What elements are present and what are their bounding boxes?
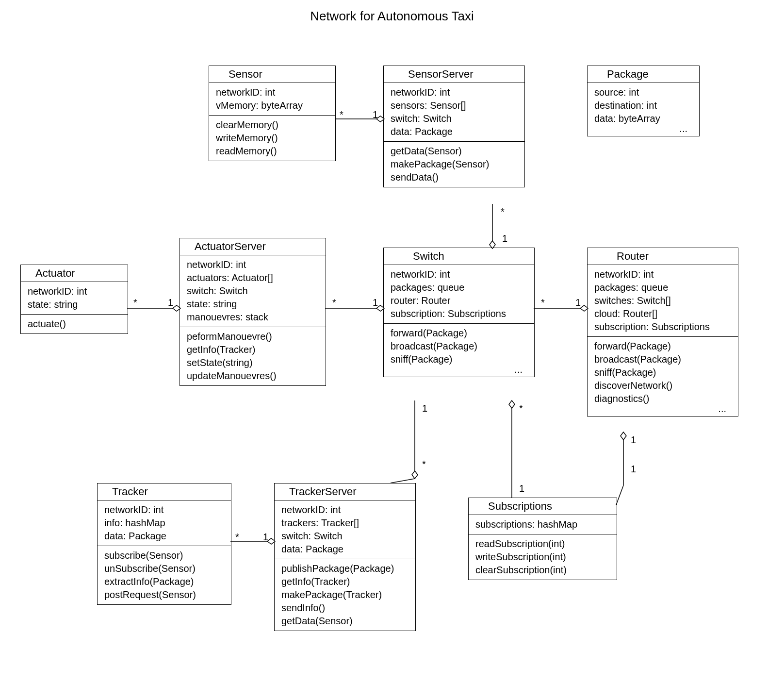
class-tracker-name: Tracker	[98, 483, 231, 500]
mult-switch-tracker-t: 1	[422, 403, 427, 414]
class-subscriptions-attrs: subscriptions: hashMap	[469, 515, 617, 534]
class-sensor-attrs: networkID: int vMemory: byteArray	[209, 83, 335, 116]
class-router-name: Router	[588, 248, 738, 265]
svg-line-17	[616, 485, 623, 505]
mult-switch-subs-b: 1	[519, 483, 524, 494]
class-subscriptions: Subscriptions subscriptions: hashMap rea…	[468, 498, 617, 580]
class-sensorserver: SensorServer networkID: int sensors: Sen…	[383, 66, 525, 187]
class-switch-attrs: networkID: int packages: queue router: R…	[384, 265, 534, 324]
class-actuatorserver-attrs: networkID: int actuators: Actuator[] swi…	[180, 255, 326, 327]
class-actuatorserver-methods: peformManouevre() getInfo(Tracker) setSt…	[180, 327, 326, 385]
mult-switch-router-l: *	[541, 297, 545, 308]
class-router-methods: forward(Package) broadcast(Package) snif…	[588, 337, 738, 416]
class-package-attrs: source: int destination: int data: byteA…	[588, 83, 699, 136]
class-actuator: Actuator networkID: int state: string ac…	[20, 265, 128, 334]
mult-sensor-right: 1	[373, 109, 378, 120]
mult-sensorserver-switch-b: 1	[502, 233, 507, 244]
class-actuator-attrs: networkID: int state: string	[21, 282, 128, 315]
svg-marker-11	[412, 471, 418, 479]
svg-marker-15	[621, 432, 626, 440]
mult-tracker-r: 1	[263, 532, 268, 543]
class-sensorserver-attrs: networkID: int sensors: Sensor[] switch:…	[384, 83, 524, 142]
class-trackerserver-methods: publishPackage(Package) getInfo(Tracker)…	[275, 559, 415, 631]
svg-marker-13	[509, 400, 515, 408]
mult-actsrv-switch-r: 1	[373, 297, 378, 308]
class-sensor-name: Sensor	[209, 66, 335, 83]
mult-actsrv-switch-l: *	[332, 297, 336, 308]
class-sensorserver-methods: getData(Sensor) makePackage(Sensor) send…	[384, 142, 524, 187]
class-package: Package source: int destination: int dat…	[587, 66, 700, 136]
mult-actuator-l: *	[133, 297, 137, 308]
mult-sensorserver-switch-t: *	[501, 206, 505, 217]
class-router-attrs: networkID: int packages: queue switches:…	[588, 265, 738, 337]
class-subscriptions-methods: readSubscription(int) writeSubscription(…	[469, 534, 617, 580]
class-actuator-methods: actuate()	[21, 315, 128, 333]
class-sensor-methods: clearMemory() writeMemory() readMemory()	[209, 116, 335, 161]
mult-switch-router-r: 1	[575, 297, 581, 308]
mult-actuator-r: 1	[168, 297, 173, 308]
class-tracker: Tracker networkID: int info: hashMap dat…	[97, 483, 231, 605]
class-switch: Switch networkID: int packages: queue ro…	[383, 248, 535, 377]
class-switch-name: Switch	[384, 248, 534, 265]
mult-sensor-left: *	[340, 109, 343, 120]
class-trackerserver: TrackerServer networkID: int trackers: T…	[274, 483, 416, 631]
class-subscriptions-name: Subscriptions	[469, 498, 617, 515]
class-trackerserver-name: TrackerServer	[275, 483, 415, 500]
class-package-name: Package	[588, 66, 699, 83]
class-tracker-attrs: networkID: int info: hashMap data: Packa…	[98, 500, 231, 546]
class-sensor: Sensor networkID: int vMemory: byteArray…	[209, 66, 336, 161]
mult-switch-subs-t: *	[519, 403, 523, 414]
class-actuatorserver: ActuatorServer networkID: int actuators:…	[180, 238, 326, 386]
class-actuatorserver-name: ActuatorServer	[180, 238, 326, 255]
class-sensorserver-name: SensorServer	[384, 66, 524, 83]
mult-switch-tracker-b: *	[422, 459, 426, 470]
class-router: Router networkID: int packages: queue sw…	[587, 248, 738, 416]
class-trackerserver-attrs: networkID: int trackers: Tracker[] switc…	[275, 500, 415, 559]
mult-tracker-l: *	[235, 532, 239, 543]
class-tracker-methods: subscribe(Sensor) unSubscribe(Sensor) ex…	[98, 546, 231, 604]
class-actuator-name: Actuator	[21, 265, 128, 282]
diagram-title: Network for Autonomous Taxi	[0, 9, 784, 24]
mult-router-subs-t: 1	[631, 434, 636, 446]
class-switch-methods: forward(Package) broadcast(Package) snif…	[384, 324, 534, 377]
svg-line-12	[391, 479, 415, 483]
mult-router-subs-b: 1	[631, 464, 636, 475]
